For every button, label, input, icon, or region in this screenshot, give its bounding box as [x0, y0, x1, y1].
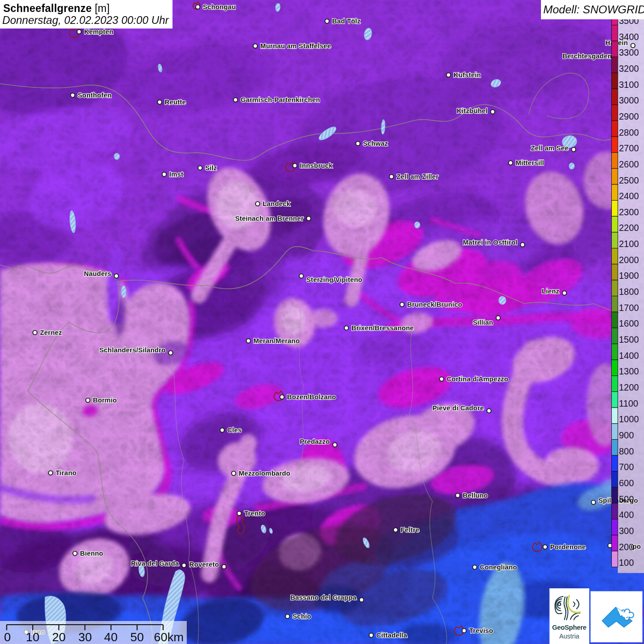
svg-text:3200: 3200 [619, 63, 639, 74]
svg-text:20: 20 [52, 630, 65, 644]
svg-text:1900: 1900 [619, 270, 639, 281]
svg-text:Sillian: Sillian [473, 319, 493, 326]
svg-text:2300: 2300 [619, 207, 639, 217]
svg-text:2700: 2700 [619, 143, 639, 153]
svg-text:Bad Tölz: Bad Tölz [332, 17, 361, 25]
svg-text:Rovereto: Rovereto [190, 561, 219, 568]
svg-text:Pieve di Cadore: Pieve di Cadore [432, 404, 484, 412]
svg-text:50: 50 [130, 630, 144, 644]
svg-text:Sonthofen: Sonthofen [78, 92, 111, 99]
svg-text:Schongau: Schongau [203, 3, 236, 11]
svg-text:30: 30 [78, 630, 92, 644]
svg-text:Sterzing/Vipiteno: Sterzing/Vipiteno [306, 276, 362, 283]
svg-text:Zell am Ziller: Zell am Ziller [397, 173, 439, 180]
svg-text:1600: 1600 [619, 318, 639, 328]
svg-text:Murnau am Staffelsee: Murnau am Staffelsee [260, 42, 331, 50]
svg-text:Meran/Merano: Meran/Merano [253, 337, 300, 345]
svg-text:Imst: Imst [169, 171, 184, 178]
svg-text:2100: 2100 [619, 239, 639, 249]
svg-text:2400: 2400 [619, 191, 639, 201]
svg-text:2200: 2200 [619, 223, 639, 233]
svg-text:2000: 2000 [619, 255, 639, 265]
svg-text:Schwaz: Schwaz [363, 140, 388, 147]
svg-text:Donnerstag, 02.02.2023 00:00 U: Donnerstag, 02.02.2023 00:00 Uhr [2, 14, 169, 26]
svg-text:Cles: Cles [227, 426, 242, 434]
svg-text:Tirano: Tirano [56, 469, 76, 477]
svg-text:Treviso: Treviso [469, 627, 493, 634]
svg-text:Silz: Silz [205, 164, 217, 172]
svg-text:Schlanders/Silandro: Schlanders/Silandro [99, 346, 166, 354]
svg-text:3100: 3100 [619, 80, 639, 90]
svg-text:Kitzbühel: Kitzbühel [457, 107, 488, 115]
svg-text:Feltre: Feltre [401, 526, 420, 534]
svg-text:Bienno: Bienno [80, 550, 103, 557]
svg-text:100: 100 [619, 558, 634, 568]
svg-text:Kempten: Kempten [84, 28, 113, 35]
svg-text:Steinach am Brenner: Steinach am Brenner [235, 215, 304, 222]
svg-text:Pordenone: Pordenone [550, 543, 586, 551]
svg-text:3300: 3300 [619, 47, 639, 58]
svg-text:300: 300 [619, 526, 634, 536]
svg-text:Berchtesgaden: Berchtesgaden [563, 52, 612, 60]
svg-text:3400: 3400 [619, 32, 639, 42]
svg-text:Bormio: Bormio [93, 397, 117, 404]
svg-text:Landeck: Landeck [263, 200, 291, 207]
svg-text:40: 40 [104, 630, 117, 644]
svg-text:Zell am See: Zell am See [531, 144, 569, 152]
svg-text:Brixen/Bressanone: Brixen/Bressanone [351, 324, 414, 332]
svg-text:Matrei in Osttirol: Matrei in Osttirol [463, 239, 518, 246]
svg-text:Austria: Austria [559, 632, 580, 640]
svg-text:Trento: Trento [244, 510, 265, 517]
svg-text:1400: 1400 [619, 351, 639, 361]
svg-text:GeoSphere: GeoSphere [552, 624, 586, 631]
svg-text:Modell: SNOWGRID: Modell: SNOWGRID [543, 3, 644, 16]
svg-text:Mittersill: Mittersill [516, 159, 544, 167]
svg-text:10: 10 [26, 630, 39, 644]
svg-text:3000: 3000 [619, 95, 639, 105]
svg-text:2800: 2800 [619, 127, 639, 138]
svg-text:Zernez: Zernez [40, 329, 62, 336]
svg-text:1000: 1000 [619, 414, 639, 424]
svg-text:1200: 1200 [619, 382, 639, 392]
svg-text:600: 600 [619, 478, 634, 488]
svg-text:2600: 2600 [619, 159, 639, 169]
svg-text:Kufstein: Kufstein [454, 71, 481, 79]
svg-text:2900: 2900 [619, 111, 639, 121]
svg-text:Schneefallgrenze [m]: Schneefallgrenze [m] [3, 2, 110, 14]
svg-text:1300: 1300 [619, 366, 639, 376]
svg-text:60km: 60km [154, 630, 184, 644]
svg-text:Bozen/Bolzano: Bozen/Bolzano [287, 393, 336, 401]
svg-text:Schio: Schio [293, 613, 311, 620]
svg-text:800: 800 [619, 446, 634, 456]
svg-text:Riva del Garda: Riva del Garda [131, 560, 179, 567]
svg-text:Reutte: Reutte [165, 98, 186, 106]
svg-text:400: 400 [619, 510, 634, 520]
svg-text:Garmisch-Partenkirchen: Garmisch-Partenkirchen [241, 96, 320, 104]
svg-text:2500: 2500 [619, 175, 639, 185]
svg-text:0: 0 [4, 630, 11, 644]
svg-text:700: 700 [619, 462, 634, 472]
svg-text:500: 500 [619, 494, 634, 504]
svg-text:Nauders: Nauders [84, 270, 111, 277]
svg-text:Conegliano: Conegliano [480, 564, 517, 571]
svg-text:Cittadella: Cittadella [376, 632, 408, 639]
svg-text:1100: 1100 [619, 398, 638, 408]
svg-text:1800: 1800 [619, 287, 639, 297]
svg-text:Bassano del Grappa: Bassano del Grappa [290, 594, 357, 601]
svg-text:900: 900 [619, 430, 634, 440]
svg-text:Innsbruck: Innsbruck [300, 162, 333, 169]
svg-text:200: 200 [619, 542, 634, 552]
svg-text:Mezzolombardo: Mezzolombardo [239, 470, 290, 477]
svg-text:Bruneck/Brunico: Bruneck/Brunico [407, 301, 462, 308]
svg-text:Belluno: Belluno [463, 492, 488, 499]
svg-text:Lienz: Lienz [542, 288, 559, 295]
svg-text:1500: 1500 [619, 334, 639, 345]
svg-text:Predazzo: Predazzo [300, 438, 330, 445]
svg-text:1700: 1700 [619, 303, 639, 313]
svg-text:Cortina d'Ampezzo: Cortina d'Ampezzo [447, 375, 508, 383]
